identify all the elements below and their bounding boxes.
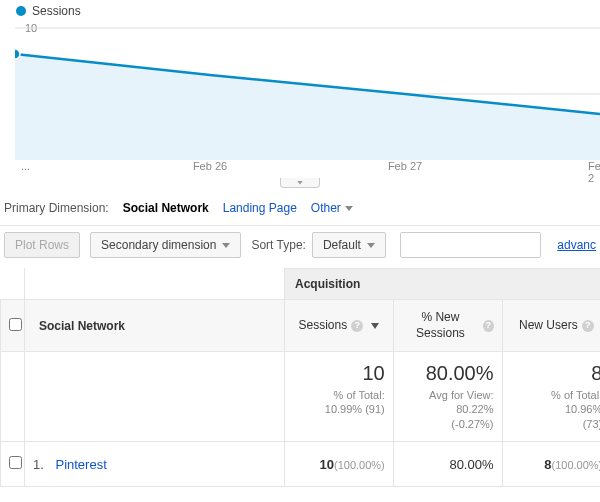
primary-dimension-landing-page[interactable]: Landing Page xyxy=(223,201,297,215)
chevron-down-icon xyxy=(345,206,353,211)
chart-svg xyxy=(15,22,600,160)
advanced-link[interactable]: advanc xyxy=(557,238,596,252)
row-sessions: 10(100.00%) xyxy=(285,442,394,487)
x-axis-labels: ... Feb 26 Feb 27 Feb 2 xyxy=(15,160,600,178)
select-all-cell xyxy=(1,300,25,352)
table-summary-row: 10 % of Total:10.99% (91) 80.00% Avg for… xyxy=(1,352,601,442)
primary-dimension-label: Primary Dimension: xyxy=(4,201,109,215)
help-icon[interactable]: ? xyxy=(483,320,493,332)
table-column-header-row: Social Network Sessions? % New Sessions?… xyxy=(1,300,601,352)
report-table: Acquisition Behavior Social Network Sess… xyxy=(0,268,600,487)
select-all-checkbox[interactable] xyxy=(9,318,22,331)
table-row: 1. Pinterest 10(100.00%) 80.00% 8(100.00… xyxy=(1,442,601,487)
column-header-pct-new-sessions[interactable]: % New Sessions? xyxy=(393,300,502,352)
table-group-header-row: Acquisition Behavior xyxy=(1,269,601,300)
row-checkbox[interactable] xyxy=(9,456,22,469)
row-dimension-link[interactable]: Pinterest xyxy=(55,457,106,472)
summary-new-users: 8 % of Total:10.96%(73) xyxy=(502,352,600,442)
search-input[interactable] xyxy=(401,233,541,257)
plot-rows-button[interactable]: Plot Rows xyxy=(4,232,80,258)
help-icon[interactable]: ? xyxy=(351,320,363,332)
secondary-dimension-dropdown[interactable]: Secondary dimension xyxy=(90,232,241,258)
sort-type-dropdown[interactable]: Default xyxy=(312,232,386,258)
chart-legend: Sessions xyxy=(16,4,81,18)
group-header-acquisition: Acquisition xyxy=(285,269,601,300)
x-tick-0: ... xyxy=(21,160,30,172)
legend-dot-icon xyxy=(16,6,26,16)
column-header-new-users[interactable]: New Users? xyxy=(502,300,600,352)
sort-desc-icon xyxy=(371,323,379,329)
legend-label: Sessions xyxy=(32,4,81,18)
primary-dimension-active[interactable]: Social Network xyxy=(123,201,209,215)
summary-pct-new-sessions: 80.00% Avg for View:80.22%(-0.27%) xyxy=(393,352,502,442)
column-header-sessions[interactable]: Sessions? xyxy=(285,300,394,352)
x-tick-2: Feb 27 xyxy=(388,160,422,172)
row-pct-new-sessions: 80.00% xyxy=(393,442,502,487)
help-icon[interactable]: ? xyxy=(582,320,594,332)
column-header-social-network[interactable]: Social Network xyxy=(25,300,285,352)
chart-expand-handle[interactable] xyxy=(280,178,320,188)
row-index: 1. xyxy=(33,457,44,472)
table-controls: Plot Rows Secondary dimension Sort Type:… xyxy=(0,225,600,268)
x-tick-3: Feb 2 xyxy=(588,160,600,184)
search-box xyxy=(400,232,541,258)
sort-type-label: Sort Type: xyxy=(251,238,305,252)
x-tick-1: Feb 26 xyxy=(193,160,227,172)
sessions-chart: Sessions 10 5 ... Feb 26 Feb 27 Feb 2 xyxy=(0,0,600,195)
row-new-users: 8(100.00%) xyxy=(502,442,600,487)
row-dimension-cell: 1. Pinterest xyxy=(25,442,285,487)
summary-sessions: 10 % of Total:10.99% (91) xyxy=(285,352,394,442)
primary-dimension-other[interactable]: Other xyxy=(311,201,353,215)
primary-dimension-row: Primary Dimension: Social Network Landin… xyxy=(4,201,600,215)
svg-point-4 xyxy=(15,49,20,59)
chart-plot xyxy=(15,22,600,160)
svg-marker-3 xyxy=(15,54,600,160)
